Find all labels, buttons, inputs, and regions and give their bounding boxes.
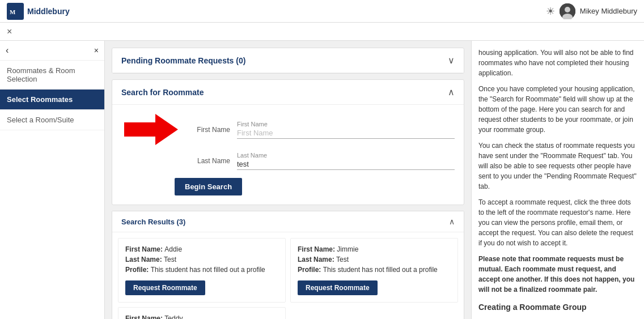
- result-card: First Name: Addie Last Name: Test Profil…: [118, 238, 286, 303]
- avatar-icon: [560, 3, 575, 19]
- right-para5-bold: Please note that roommate requests must …: [478, 255, 634, 294]
- result-card: First Name: Jimmie Last Name: Test Profi…: [290, 238, 458, 303]
- svg-marker-5: [124, 114, 178, 145]
- middlebury-shield-icon: M: [7, 3, 24, 20]
- first-name-label: First Name: [185, 126, 230, 134]
- request-roommate-button[interactable]: Request Roommate: [125, 280, 205, 295]
- last-name-input-wrap: Last Name: [237, 152, 455, 170]
- sidebar-item-select-room[interactable]: Select a Room/Suite: [0, 110, 104, 130]
- sidebar-item-select-roommates[interactable]: Select Roommates: [0, 90, 104, 110]
- result-profile: Profile: This student has not filled out…: [298, 266, 451, 274]
- search-roommate-header[interactable]: Search for Roommate ∧: [112, 80, 464, 105]
- tab-bar: ×: [0, 23, 644, 41]
- first-name-row: First Name First Name: [121, 114, 455, 145]
- avatar: [560, 3, 575, 19]
- main-layout: ‹ × Roommates & Room Selection Select Ro…: [0, 41, 644, 319]
- red-arrow-icon: [124, 114, 178, 145]
- last-name-field-label: Last Name: [237, 152, 455, 159]
- right-panel: housing application. You will also not b…: [471, 41, 644, 319]
- last-name-input[interactable]: [237, 160, 455, 168]
- pending-requests-title: Pending Roommate Requests (0): [121, 56, 245, 65]
- search-results-grid: First Name: Addie Last Name: Test Profil…: [112, 232, 464, 319]
- sidebar-close-button[interactable]: ×: [94, 46, 99, 55]
- right-para4: To accept a roommate request, click the …: [478, 197, 637, 248]
- search-form: First Name First Name Last Name Last Nam…: [121, 114, 455, 170]
- pending-toggle-icon: ∨: [448, 55, 455, 66]
- first-name-field-label: First Name: [237, 121, 455, 127]
- search-toggle-icon: ∧: [448, 87, 455, 97]
- content-area: Pending Roommate Requests (0) ∨ Search f…: [105, 41, 471, 319]
- begin-search-row: Begin Search: [121, 178, 455, 195]
- red-arrow-container: [121, 114, 178, 145]
- first-name-input[interactable]: [237, 129, 455, 137]
- result-last-name: Last Name: Test: [125, 256, 278, 263]
- result-first-name: First Name: Jimmie: [298, 245, 451, 253]
- svg-point-3: [565, 7, 570, 12]
- tab-close-button[interactable]: ×: [7, 27, 12, 37]
- result-first-name: First Name: Teddy: [125, 314, 278, 319]
- pending-requests-header[interactable]: Pending Roommate Requests (0) ∨: [112, 48, 464, 73]
- logo-text: Middlebury: [27, 7, 70, 16]
- pending-requests-panel: Pending Roommate Requests (0) ∨: [112, 48, 464, 74]
- right-para5: Please note that roommate requests must …: [478, 254, 637, 295]
- result-card: First Name: Teddy Last Name: Test Profil…: [118, 307, 286, 319]
- search-results-panel: Search Results (3) ∧ First Name: Addie L…: [112, 211, 464, 319]
- result-last-name: Last Name: Test: [298, 256, 451, 263]
- result-first-name: First Name: Addie: [125, 245, 278, 253]
- search-results-title: Search Results (3): [121, 218, 185, 226]
- sidebar-item-roommates-room[interactable]: Roommates & Room Selection: [0, 61, 104, 90]
- sun-icon[interactable]: ☀: [546, 5, 555, 18]
- right-para1: housing application. You will also not b…: [478, 48, 637, 78]
- svg-text:M: M: [10, 8, 16, 15]
- sidebar: ‹ × Roommates & Room Selection Select Ro…: [0, 41, 105, 319]
- username: Mikey Middlebury: [580, 7, 637, 15]
- begin-search-button[interactable]: Begin Search: [175, 178, 242, 195]
- request-roommate-button[interactable]: Request Roommate: [298, 280, 378, 295]
- search-results-header[interactable]: Search Results (3) ∧: [112, 211, 464, 232]
- search-roommate-title: Search for Roommate: [121, 88, 204, 97]
- last-name-label: Last Name: [185, 157, 230, 165]
- app-header: M Middlebury ☀ Mikey Middlebury: [0, 0, 644, 23]
- right-para3: You can check the status of roommate req…: [478, 141, 637, 192]
- right-section-title: Creating a Roommate Group: [478, 301, 637, 313]
- search-results-toggle-icon: ∧: [449, 217, 455, 226]
- sidebar-back-button[interactable]: ‹: [6, 45, 9, 56]
- search-roommate-body: First Name First Name Last Name Last Nam…: [112, 105, 464, 205]
- search-roommate-panel: Search for Roommate ∧ First Name: [112, 79, 464, 205]
- last-name-row: Last Name Last Name: [121, 152, 455, 170]
- first-name-input-wrap: First Name: [237, 121, 455, 139]
- result-profile: Profile: This student has not filled out…: [125, 266, 278, 274]
- logo: M Middlebury: [7, 3, 70, 20]
- sidebar-header: ‹ ×: [0, 41, 104, 61]
- right-para2: Once you have completed your housing app…: [478, 84, 637, 135]
